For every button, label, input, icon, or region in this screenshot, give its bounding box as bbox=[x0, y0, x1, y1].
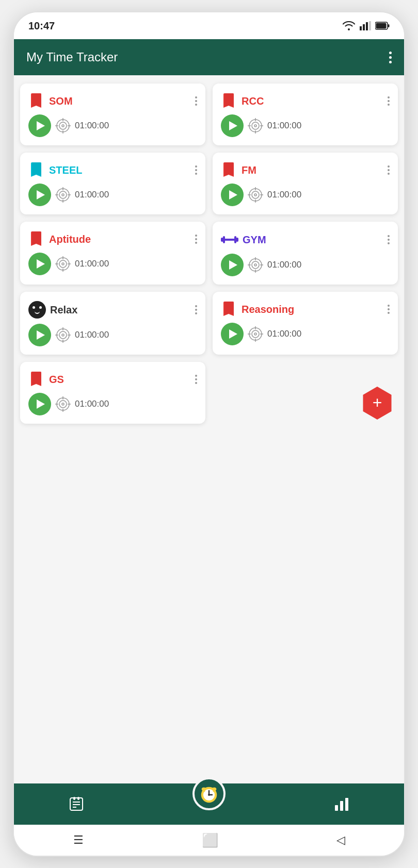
card-relax-play-button[interactable] bbox=[28, 324, 51, 346]
card-gym-menu[interactable] bbox=[388, 235, 390, 244]
card-reasoning-timer-row: 01:00:00 bbox=[221, 323, 390, 345]
svg-rect-46 bbox=[236, 238, 238, 242]
svg-point-85 bbox=[208, 794, 210, 796]
svg-point-21 bbox=[57, 189, 69, 201]
svg-point-23 bbox=[62, 194, 64, 196]
svg-point-70 bbox=[62, 403, 64, 405]
cards-grid: SOM 01:00:00 bbox=[20, 84, 398, 424]
svg-point-49 bbox=[254, 264, 256, 266]
clock-icon bbox=[199, 783, 219, 804]
svg-point-37 bbox=[62, 263, 64, 265]
svg-point-61 bbox=[249, 328, 262, 340]
card-gs-target-icon bbox=[55, 396, 71, 412]
card-som-title: SOM bbox=[49, 95, 73, 107]
card-som-timer: 01:00:00 bbox=[75, 121, 109, 131]
card-steel-timer-row: 01:00:00 bbox=[28, 183, 197, 206]
card-rcc-menu[interactable] bbox=[388, 96, 390, 106]
card-relax-menu[interactable] bbox=[195, 305, 197, 314]
card-relax-header: Relax bbox=[28, 301, 197, 319]
svg-rect-44 bbox=[224, 239, 235, 241]
card-gs-menu[interactable] bbox=[195, 375, 197, 384]
card-som-timer-row: 01:00:00 bbox=[28, 114, 197, 137]
card-aptitude-title-row: Aptitude bbox=[28, 231, 91, 247]
svg-point-30 bbox=[254, 194, 256, 196]
card-som-play-button[interactable] bbox=[28, 114, 51, 137]
main-content: SOM 01:00:00 bbox=[14, 75, 404, 783]
card-reasoning-timer: 01:00:00 bbox=[267, 329, 301, 339]
card-gs-timer-row: 01:00:00 bbox=[28, 393, 197, 415]
back-button[interactable]: ◁ bbox=[336, 833, 345, 847]
wifi-icon bbox=[342, 21, 356, 30]
card-rcc-play-button[interactable] bbox=[221, 114, 244, 137]
svg-rect-5 bbox=[388, 24, 390, 27]
book-icon-rcc bbox=[221, 93, 237, 109]
card-gym-timer-row: 01:00:00 bbox=[221, 254, 390, 276]
card-fm-play-button[interactable] bbox=[221, 183, 244, 206]
book-icon-aptitude bbox=[28, 231, 45, 247]
card-steel-header: STEEL bbox=[28, 162, 197, 178]
svg-point-29 bbox=[252, 191, 259, 198]
card-relax-timer-row: 01:00:00 bbox=[28, 324, 197, 346]
card-fm-target-icon bbox=[248, 187, 263, 203]
app-bar: My Time Tracker bbox=[14, 39, 404, 75]
chart-icon bbox=[333, 796, 350, 812]
card-aptitude-play-button[interactable] bbox=[28, 253, 51, 275]
card-som-header: SOM bbox=[28, 93, 197, 109]
empty-cell: + bbox=[213, 362, 398, 424]
card-steel-timer: 01:00:00 bbox=[75, 190, 109, 200]
card-steel-play-button[interactable] bbox=[28, 183, 51, 206]
dumbbell-icon-gym bbox=[221, 231, 238, 248]
card-gym-header: GYM bbox=[221, 231, 390, 248]
book-icon-fm bbox=[221, 162, 237, 178]
nav-list-button[interactable] bbox=[68, 796, 85, 812]
card-relax-title-row: Relax bbox=[28, 301, 77, 319]
card-aptitude-menu[interactable] bbox=[195, 235, 197, 244]
card-steel-menu[interactable] bbox=[195, 165, 197, 175]
svg-point-54 bbox=[57, 329, 69, 341]
list-icon bbox=[68, 796, 85, 812]
card-fm-title-row: FM bbox=[221, 162, 256, 178]
card-rcc-target-icon bbox=[248, 118, 263, 133]
card-reasoning-target-icon bbox=[248, 326, 263, 342]
status-icons bbox=[342, 21, 390, 30]
system-nav: ☰ ⬜ ◁ bbox=[14, 825, 404, 856]
book-icon-gs bbox=[28, 371, 45, 388]
card-fm-timer: 01:00:00 bbox=[267, 190, 301, 200]
card-rcc-title: RCC bbox=[242, 95, 264, 107]
card-fm-header: FM bbox=[221, 162, 390, 178]
card-som-menu[interactable] bbox=[195, 96, 197, 106]
phone-frame: 10:47 My Time Tracker bbox=[13, 11, 405, 857]
svg-point-35 bbox=[57, 258, 69, 270]
battery-icon bbox=[375, 22, 390, 30]
card-gs-play-button[interactable] bbox=[28, 393, 51, 415]
card-steel: STEEL 01:00:00 bbox=[20, 153, 205, 214]
card-gym-play-button[interactable] bbox=[221, 254, 244, 276]
add-button[interactable]: + bbox=[361, 387, 394, 420]
svg-rect-80 bbox=[77, 797, 79, 800]
card-rcc: RCC 01:00:00 bbox=[213, 84, 398, 145]
card-aptitude-target-icon bbox=[55, 256, 71, 272]
card-relax-timer: 01:00:00 bbox=[75, 330, 109, 340]
card-relax-target-icon bbox=[55, 327, 71, 343]
svg-point-68 bbox=[57, 398, 69, 410]
card-relax-title: Relax bbox=[50, 304, 77, 316]
card-fm-menu[interactable] bbox=[388, 165, 390, 175]
card-gym-timer: 01:00:00 bbox=[267, 260, 301, 270]
card-gym-title: GYM bbox=[243, 234, 266, 246]
card-reasoning-play-button[interactable] bbox=[221, 323, 244, 345]
menu-button[interactable]: ☰ bbox=[73, 833, 84, 847]
more-options-button[interactable] bbox=[389, 52, 392, 63]
card-rcc-timer: 01:00:00 bbox=[267, 121, 301, 131]
card-steel-title-row: STEEL bbox=[28, 162, 82, 178]
svg-point-7 bbox=[57, 120, 69, 132]
svg-point-48 bbox=[252, 261, 259, 269]
svg-rect-0 bbox=[360, 26, 362, 30]
svg-point-14 bbox=[249, 120, 262, 132]
nav-clock-button[interactable] bbox=[192, 777, 226, 810]
card-reasoning-menu[interactable] bbox=[388, 305, 390, 314]
card-rcc-timer-row: 01:00:00 bbox=[221, 114, 390, 137]
svg-rect-2 bbox=[366, 22, 368, 30]
nav-chart-button[interactable] bbox=[333, 796, 350, 812]
card-gym-title-row: GYM bbox=[221, 231, 266, 248]
home-button[interactable]: ⬜ bbox=[202, 832, 218, 848]
